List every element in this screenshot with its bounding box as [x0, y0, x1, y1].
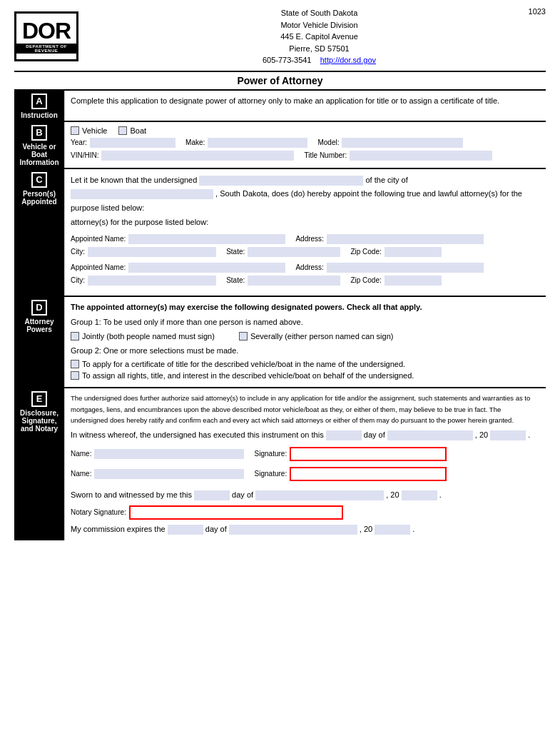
notary-sig-row: Notary Signature: — [71, 505, 540, 520]
attorney-powers-title: The appointed attorney(s) may exercise t… — [71, 301, 540, 314]
address1-label: Address: — [295, 235, 323, 243]
apply-title-option[interactable]: To apply for a certificate of title for … — [71, 360, 405, 368]
section-c-name: Person(s) Appointed — [21, 190, 56, 206]
sworn-month-input[interactable] — [255, 490, 384, 500]
commission-month-input[interactable] — [229, 525, 357, 535]
signature1-input[interactable] — [290, 447, 447, 461]
address1-input[interactable] — [327, 234, 484, 244]
title-number-input[interactable] — [350, 151, 492, 161]
section-b-letter: B — [31, 125, 47, 141]
title-number-label: Title Number: — [305, 151, 347, 159]
city1-input[interactable] — [88, 247, 216, 257]
header: DOR DEPARTMENT OF REVENUE State of South… — [14, 7, 546, 66]
vin-input[interactable] — [101, 151, 294, 161]
sworn-text: Sworn to and witnessed by me this — [71, 490, 192, 499]
group2-text: Group 2: One or more selections must be … — [71, 345, 540, 358]
logo-text: DOR — [22, 19, 71, 42]
group1-options: Jointly (both people named must sign) Se… — [71, 332, 540, 341]
section-c: C Person(s) Appointed Let it be known th… — [14, 168, 546, 296]
section-a-content: Complete this application to designate p… — [64, 91, 546, 121]
name2-input[interactable] — [94, 469, 244, 479]
section-b: B Vehicle or Boat Information Vehicle Bo… — [14, 121, 546, 168]
witness-line: In witness whereof, the undersigned has … — [71, 428, 540, 443]
boat-label: Boat — [130, 126, 146, 135]
assign-rights-option[interactable]: To assign all rights, title, and interes… — [71, 371, 414, 380]
witness-day-input[interactable] — [326, 430, 362, 440]
disclosure-text: The undersigned does further authorize s… — [71, 393, 540, 425]
address2-label: Address: — [295, 263, 323, 271]
org-phone: 605-773-3541 — [263, 56, 312, 64]
sig2-label: Signature: — [255, 470, 287, 478]
section-a: A Instruction Complete this application … — [14, 89, 546, 121]
witness-month-input[interactable] — [387, 430, 473, 440]
vehicle-checkbox[interactable] — [71, 126, 79, 135]
assign-rights-label: To assign all rights, title, and interes… — [82, 371, 414, 380]
jointly-label: Jointly (both people named must sign) — [82, 332, 215, 341]
make-input[interactable] — [208, 138, 307, 148]
severally-label: Severally (either person named can sign) — [250, 332, 394, 341]
text-part1: Let it be known that the undersigned — [71, 176, 197, 184]
severally-checkbox[interactable] — [239, 332, 248, 341]
year-suffix: 20 — [479, 430, 488, 439]
state1-input[interactable] — [248, 247, 340, 257]
year-make-model-row: Year: Make: Model: — [71, 138, 540, 148]
commission-day-input[interactable] — [168, 525, 203, 535]
sig1-label: Signature: — [255, 450, 287, 458]
section-e-label: E Disclosure, Signature, and Notary — [14, 388, 64, 540]
group1-text: Group 1: To be used only if more than on… — [71, 316, 540, 329]
org-line3: 445 E. Capitol Avenue — [93, 31, 546, 43]
address2-input[interactable] — [327, 263, 484, 273]
name2-label: Name: — [71, 470, 91, 478]
sworn-day-input[interactable] — [194, 490, 230, 500]
apply-title-checkbox[interactable] — [71, 360, 79, 368]
state2-input[interactable] — [248, 276, 340, 286]
notary-sig-input[interactable] — [129, 505, 343, 520]
section-d-content: The appointed attorney(s) may exercise t… — [64, 297, 546, 388]
apply-title-label: To apply for a certificate of title for … — [82, 360, 405, 368]
appointed-name2-input[interactable] — [128, 263, 285, 273]
zip2-input[interactable] — [385, 276, 442, 286]
model-label: Model: — [317, 138, 339, 146]
commission-line: My commission expires the day of , 20 . — [71, 523, 540, 537]
header-text: State of South Dakota Motor Vehicle Divi… — [93, 7, 546, 66]
appointed-name-address-2: Appointed Name: Address: — [71, 263, 540, 273]
year-input[interactable] — [90, 138, 175, 148]
witness-year-input[interactable] — [490, 430, 526, 440]
city2-input[interactable] — [88, 276, 216, 286]
city-of-input[interactable] — [71, 189, 213, 199]
commission-day-label: day of — [205, 525, 227, 533]
org-line2: Motor Vehicle Division — [93, 19, 546, 31]
name-sig-row-2: Name: Signature: — [71, 467, 540, 481]
undersigned-name-input[interactable] — [199, 176, 363, 186]
model-input[interactable] — [342, 138, 463, 148]
org-line4: Pierre, SD 57501 — [93, 43, 546, 55]
commission-text: My commission expires the — [71, 525, 166, 533]
appointed-name2-label: Appointed Name: — [71, 263, 126, 271]
vehicle-label: Vehicle — [82, 126, 107, 135]
boat-checkbox[interactable] — [118, 126, 127, 135]
appointed-name1-input[interactable] — [128, 234, 285, 244]
name1-label: Name: — [71, 450, 91, 458]
sworn-year-input[interactable] — [402, 490, 437, 500]
logo: DOR DEPARTMENT OF REVENUE — [14, 11, 78, 61]
commission-year-input[interactable] — [375, 525, 410, 535]
jointly-option[interactable]: Jointly (both people named must sign) — [71, 332, 215, 341]
section-e-content: The undersigned does further authorize s… — [64, 388, 546, 540]
boat-checkbox-wrapper[interactable]: Boat — [118, 126, 146, 135]
zip1-input[interactable] — [385, 247, 442, 257]
severally-option[interactable]: Severally (either person named can sign) — [239, 332, 394, 341]
org-url[interactable]: http://dor.sd.gov — [320, 56, 376, 64]
section-a-name: Instruction — [21, 111, 58, 119]
appointed-name1-label: Appointed Name: — [71, 235, 126, 243]
name1-input[interactable] — [94, 449, 244, 459]
signature2-input[interactable] — [290, 467, 447, 481]
vehicle-checkbox-wrapper[interactable]: Vehicle — [71, 126, 107, 135]
jointly-checkbox[interactable] — [71, 332, 79, 341]
section-a-text: Complete this application to designate p… — [71, 95, 540, 108]
section-c-letter: C — [31, 172, 47, 188]
vin-title-row: VIN/HIN: Title Number: — [71, 151, 540, 161]
assign-rights-checkbox[interactable] — [71, 371, 79, 380]
commission-20: 20 — [364, 525, 372, 533]
section-c-intro: Let it be known that the undersigned of … — [71, 173, 540, 230]
appointed-person-1: Appointed Name: Address: City: State: Zi… — [71, 234, 540, 257]
